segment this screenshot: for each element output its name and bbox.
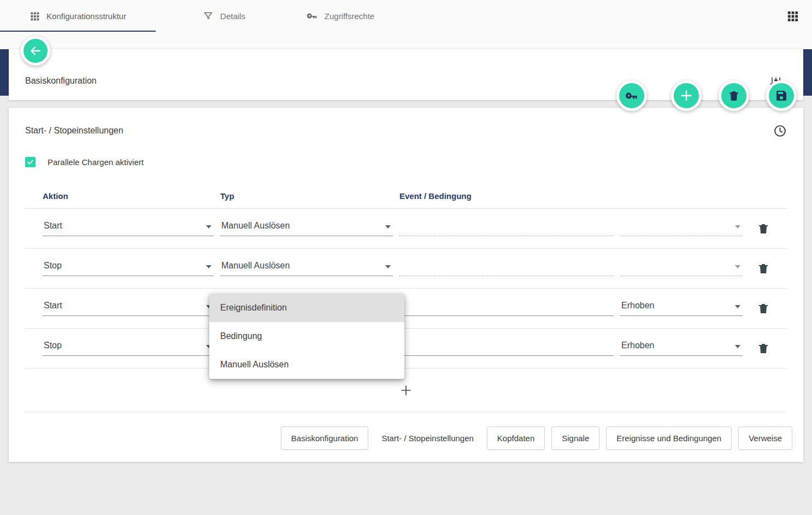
funnel-icon [203, 10, 214, 21]
table-row: Start Manuell Auslösen [25, 209, 787, 249]
event-state-value: Erhoben [621, 301, 655, 310]
aktion-value: Start [44, 301, 62, 310]
nav-signale-button[interactable]: Signale [551, 426, 599, 450]
app: { "colors": { "accent": "#2cd5ab", "navy… [0, 0, 812, 515]
typ-dropdown-menu: Ereignisdefinition Bedingung Manuell Aus… [209, 294, 404, 379]
back-button[interactable] [21, 36, 50, 66]
chevron-down-icon [735, 345, 740, 348]
permissions-button[interactable] [616, 80, 647, 111]
add-row-button[interactable] [399, 383, 413, 397]
chevron-down-icon [385, 265, 391, 268]
row-delete-button[interactable] [757, 302, 770, 315]
nav-verweise-button[interactable]: Verweise [738, 426, 792, 450]
parallel-charges-checkbox[interactable] [25, 157, 36, 167]
chevron-down-icon [735, 305, 740, 308]
history-clock-icon[interactable] [773, 124, 787, 138]
row-delete-button[interactable] [757, 342, 770, 355]
table-row: Stop Erhoben [25, 329, 787, 368]
delete-button[interactable] [719, 80, 749, 111]
aktion-value: Stop [44, 261, 62, 270]
aktion-value: Stop [44, 341, 62, 350]
aktion-select[interactable]: Start [43, 301, 214, 316]
top-zone: Konfigurationsstruktur Details Zugriffsr… [0, 0, 812, 49]
nav-current-section-label: Start- / Stopeinstellungen [375, 427, 480, 449]
event-state-select[interactable]: Erhoben [620, 301, 743, 316]
row-delete-button[interactable] [757, 222, 770, 235]
event-input[interactable] [399, 301, 614, 316]
table-header: Aktion Typ Event / Bedingung [25, 184, 787, 209]
tab-konfigurationsstruktur[interactable]: Konfigurationsstruktur [0, 0, 156, 32]
key-icon [306, 10, 318, 22]
chevron-down-icon [735, 265, 740, 268]
tab-details[interactable]: Details [183, 0, 265, 32]
event-state-select[interactable]: Erhoben [620, 341, 743, 356]
menu-item-ereignisdefinition[interactable]: Ereignisdefinition [209, 294, 404, 322]
aktion-select[interactable]: Start [43, 221, 214, 236]
chevron-down-icon [206, 225, 211, 229]
typ-select[interactable]: Manuell Auslösen [220, 261, 393, 276]
arrow-left-icon [28, 44, 43, 58]
trash-icon [727, 89, 740, 102]
startstop-card: Start- / Stopeinstellungen Parallele Cha… [9, 108, 803, 462]
menu-item-bedingung[interactable]: Bedingung [209, 322, 404, 350]
column-typ: Typ [220, 191, 393, 201]
aktion-select[interactable]: Stop [43, 341, 214, 356]
typ-value: Manuell Auslösen [221, 261, 290, 270]
tab-label: Details [220, 11, 245, 21]
row-delete-button[interactable] [757, 262, 770, 275]
event-state-value: Erhoben [621, 341, 655, 350]
event-input[interactable] [399, 341, 614, 356]
event-state-select[interactable] [620, 261, 743, 276]
menu-item-manuell-ausloesen[interactable]: Manuell Auslösen [209, 350, 404, 379]
aktion-select[interactable]: Stop [43, 261, 214, 276]
plus-icon [679, 88, 694, 103]
typ-value: Manuell Auslösen [221, 221, 290, 230]
event-input[interactable] [399, 221, 614, 236]
parallel-charges-label: Parallele Chargen aktiviert [48, 157, 144, 167]
event-state-select[interactable] [620, 221, 743, 236]
typ-select[interactable]: Manuell Auslösen [220, 221, 393, 236]
parallel-charges-row: Parallele Chargen aktiviert [25, 157, 803, 167]
nav-kopfdaten-button[interactable]: Kopfdaten [487, 426, 545, 450]
table-row: Start Erhoben [25, 289, 787, 329]
save-button[interactable] [766, 80, 797, 111]
apps-grid-icon[interactable] [786, 10, 799, 22]
event-input[interactable] [399, 261, 614, 276]
grid-icon [30, 11, 40, 21]
startstop-card-title: Start- / Stopeinstellungen [25, 126, 123, 136]
tab-label: Konfigurationsstruktur [46, 11, 126, 21]
tab-label: Zugriffsrechte [325, 11, 374, 21]
basis-card-title: Basiskonfiguration [25, 76, 97, 86]
key-icon [625, 89, 639, 103]
aktion-value: Start [44, 221, 62, 230]
add-row-area [25, 368, 787, 412]
tab-zugriffsrechte[interactable]: Zugriffsrechte [281, 0, 399, 32]
save-icon [775, 89, 788, 102]
section-nav: Basiskonfiguration Start- / Stopeinstell… [9, 414, 803, 462]
column-aktion: Aktion [43, 191, 214, 201]
start-stop-table: Aktion Typ Event / Bedingung Start Manue… [25, 184, 787, 368]
add-button[interactable] [671, 80, 702, 111]
nav-ereignisse-und-bedingungen-button[interactable]: Ereignisse und Bedingungen [606, 426, 732, 450]
tab-bar: Konfigurationsstruktur Details Zugriffsr… [0, 0, 812, 32]
nav-basiskonfiguration-button[interactable]: Basiskonfiguration [281, 426, 369, 450]
column-event: Event / Bedingung [399, 191, 614, 201]
startstop-card-head: Start- / Stopeinstellungen [9, 124, 803, 137]
table-row: Stop Manuell Auslösen [25, 249, 787, 289]
chevron-down-icon [385, 225, 391, 229]
chevron-down-icon [735, 225, 740, 229]
chevron-down-icon [206, 265, 211, 268]
